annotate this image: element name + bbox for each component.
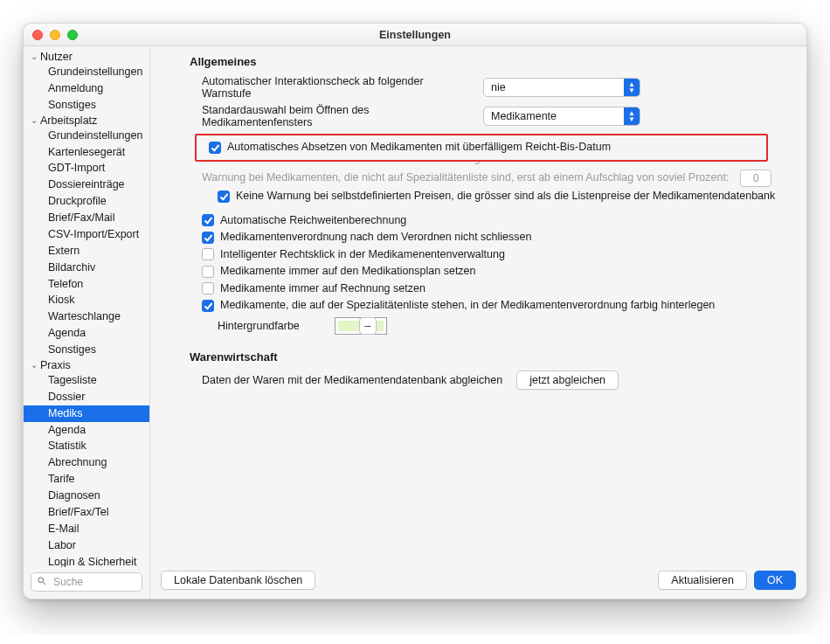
chevron-down-icon: ⌄ <box>29 361 38 370</box>
close-icon[interactable] <box>32 30 43 40</box>
minimize-icon[interactable] <box>50 30 60 40</box>
sidebar-item-nutzer-sonstiges[interactable]: Sonstiges <box>24 97 149 114</box>
label-default-window: Standardauswahl beim Öffnen des Medikame… <box>202 104 473 128</box>
sidebar-item-kartenlesegeraet[interactable]: Kartenlesegerät <box>24 144 149 161</box>
sidebar-group-label: Nutzer <box>40 51 73 63</box>
sidebar-item-labor[interactable]: Labor <box>24 537 149 554</box>
section-title-inventory: Warenwirtschaft <box>190 350 791 364</box>
label-warning-non-list: Warnung bei Medikamenten, die nicht auf … <box>202 170 729 186</box>
window-title: Einstellungen <box>379 29 451 41</box>
zoom-icon[interactable] <box>67 30 78 40</box>
checkbox-intelligent-rightclick[interactable] <box>202 248 214 260</box>
footer: Lokale Datenbank löschen Aktualisieren O… <box>150 565 806 599</box>
input-surcharge-percent[interactable]: 0 <box>740 170 771 187</box>
label-sync-data: Daten der Waren mit der Medikamentendate… <box>202 374 502 386</box>
sidebar-item-druckprofile[interactable]: Druckprofile <box>24 193 149 210</box>
label-bg-color: Hintergrundfarbe <box>218 320 300 332</box>
sidebar-item-bildarchiv[interactable]: Bildarchiv <box>24 260 149 276</box>
settings-window: Einstellungen ⌄ Nutzer Grundeinstellunge… <box>23 23 807 599</box>
sidebar-item-tagesliste[interactable]: Tagesliste <box>24 372 149 389</box>
label-always-plan: Medikamente immer auf den Medikationspla… <box>220 264 476 280</box>
checkbox-auto-discontinue[interactable] <box>209 142 221 154</box>
checkbox-always-invoice[interactable] <box>202 282 214 294</box>
sidebar-item-statistik[interactable]: Statistik <box>24 438 149 454</box>
select-default-window[interactable]: Medikamente ▲▼ <box>483 107 640 126</box>
sidebar-item-gdt-import[interactable]: GDT-Import <box>24 160 149 177</box>
label-interaction-check: Automatischer Interaktionscheck ab folge… <box>202 75 473 100</box>
label-auto-range: Automatische Reichweitenberechnung <box>220 213 406 229</box>
clear-db-button[interactable]: Lokale Datenbank löschen <box>161 571 315 590</box>
sidebar-item-diagnosen[interactable]: Diagnosen <box>24 488 149 504</box>
checkbox-always-plan[interactable] <box>202 266 214 278</box>
sidebar-item-arbeitsplatz-sonstiges[interactable]: Sonstiges <box>24 342 149 358</box>
update-button[interactable]: Aktualisieren <box>658 571 747 590</box>
label-dont-close: Medikamentenverordnung nach dem Verordne… <box>220 230 531 246</box>
search-icon <box>37 576 47 589</box>
sidebar-nav: ⌄ Nutzer Grundeinstellungen Anmeldung So… <box>24 46 149 567</box>
sidebar-item-login-sicherheit[interactable]: Login & Sicherheit <box>24 554 149 568</box>
sidebar-group-label: Praxis <box>40 359 71 371</box>
highlight-box: Automatisches Absetzen von Medikamenten … <box>195 134 768 162</box>
sidebar-item-nutzer-grundeinstellungen[interactable]: Grundeinstellungen <box>24 64 149 80</box>
checkbox-auto-range[interactable] <box>202 214 214 226</box>
sidebar-item-brief-fax-tel[interactable]: Brief/Fax/Tel <box>24 504 149 521</box>
sidebar-item-csv-import-export[interactable]: CSV-Import/Export <box>24 226 149 243</box>
select-value: nie <box>491 81 506 93</box>
sidebar-item-kiosk[interactable]: Kiosk <box>24 292 149 308</box>
select-value: Medikamente <box>491 110 557 122</box>
sidebar-item-mediks[interactable]: Mediks <box>24 405 149 422</box>
ok-button[interactable]: OK <box>754 571 796 590</box>
updown-icon: ▲▼ <box>624 78 640 97</box>
sidebar-item-warteschlange[interactable]: Warteschlange <box>24 308 149 325</box>
sidebar-item-arbeitsplatz-grundeinstellungen[interactable]: Grundeinstellungen <box>24 128 149 144</box>
chevron-down-icon: ⌄ <box>29 116 38 125</box>
main-panel: Allgemeines Automatischer Interaktionsch… <box>150 46 806 599</box>
chevron-down-icon: ⌄ <box>29 52 38 61</box>
label-always-invoice: Medikamente immer auf Rechnung setzen <box>220 281 425 297</box>
search-field[interactable] <box>31 572 142 592</box>
updown-icon: ▲▼ <box>624 107 640 126</box>
label-intelligent-rightclick: Intelligenter Rechtsklick in der Medikam… <box>220 247 505 263</box>
sidebar: ⌄ Nutzer Grundeinstellungen Anmeldung So… <box>24 46 150 599</box>
sidebar-item-brief-fax-mail[interactable]: Brief/Fax/Mail <box>24 210 149 226</box>
sidebar-item-telefon[interactable]: Telefon <box>24 276 149 293</box>
sidebar-item-abrechnung[interactable]: Abrechnung <box>24 454 149 471</box>
select-interaction-level[interactable]: nie ▲▼ <box>483 78 640 97</box>
sidebar-group-arbeitsplatz[interactable]: ⌄ Arbeitsplatz <box>24 114 149 128</box>
sidebar-item-extern[interactable]: Extern <box>24 243 149 260</box>
sidebar-item-dossier[interactable]: Dossier <box>24 389 149 405</box>
checkbox-no-warning-custom[interactable] <box>218 190 230 203</box>
label-color-highlight: Medikamente, die auf der Spezialitätenli… <box>220 298 715 314</box>
checkbox-dont-close[interactable] <box>202 232 214 244</box>
sidebar-item-dossiereintraege[interactable]: Dossiereinträge <box>24 177 149 193</box>
sidebar-group-label: Arbeitsplatz <box>40 114 97 127</box>
titlebar: Einstellungen <box>24 24 806 46</box>
sidebar-item-praxis-agenda[interactable]: Agenda <box>24 422 149 439</box>
sidebar-group-praxis[interactable]: ⌄ Praxis <box>24 358 149 372</box>
label-auto-discontinue: Automatisches Absetzen von Medikamenten … <box>227 140 611 156</box>
sidebar-item-tarife[interactable]: Tarife <box>24 471 149 488</box>
clear-color-button[interactable]: – <box>359 317 377 335</box>
sidebar-group-nutzer[interactable]: ⌄ Nutzer <box>24 50 149 64</box>
checkbox-color-highlight[interactable] <box>202 300 214 312</box>
sync-now-button[interactable]: jetzt abgleichen <box>516 370 619 390</box>
label-no-warning-custom: Keine Warnung bei selbstdefinierten Prei… <box>236 189 775 204</box>
sidebar-item-arbeitsplatz-agenda[interactable]: Agenda <box>24 325 149 342</box>
sidebar-item-email[interactable]: E-Mail <box>24 521 149 537</box>
section-title-general: Allgemeines <box>190 55 791 68</box>
sidebar-item-anmeldung[interactable]: Anmeldung <box>24 80 149 97</box>
